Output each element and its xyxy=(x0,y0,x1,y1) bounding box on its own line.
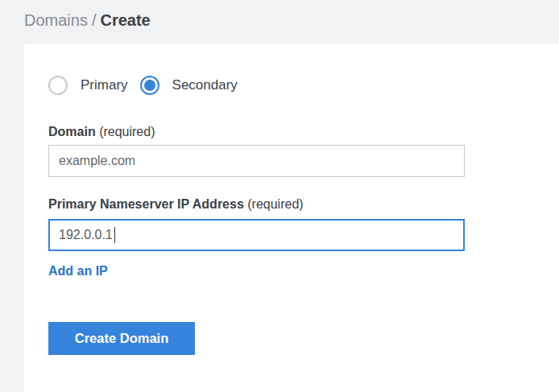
radio-primary-control[interactable] xyxy=(48,76,68,95)
domains-create-page: Domains/Create Primary Secondary Domain … xyxy=(0,0,559,392)
radio-selected-dot-icon xyxy=(144,80,155,91)
create-domain-button[interactable]: Create Domain xyxy=(48,322,195,355)
ip-field-label: Primary Nameserver IP Address (required) xyxy=(48,196,559,213)
breadcrumb-current: Create xyxy=(100,11,150,29)
breadcrumb: Domains/Create xyxy=(24,10,151,30)
ip-input-value: 192.0.0.1 xyxy=(59,228,113,242)
radio-option-primary[interactable]: Primary xyxy=(48,76,128,95)
domain-label-text: Domain xyxy=(48,125,96,138)
domain-field-label: Domain (required) xyxy=(48,124,559,140)
add-ip-link-row: Add an IP xyxy=(48,264,559,279)
create-domain-panel: Primary Secondary Domain (required) exam… xyxy=(24,43,559,392)
text-cursor xyxy=(114,227,116,243)
breadcrumb-domains[interactable]: Domains xyxy=(24,11,88,29)
ip-label-text: Primary Nameserver IP Address xyxy=(48,197,244,211)
domain-input-value: example.com xyxy=(59,154,135,168)
radio-secondary-label[interactable]: Secondary xyxy=(172,77,238,93)
radio-option-secondary[interactable]: Secondary xyxy=(140,76,238,95)
add-an-ip-link[interactable]: Add an IP xyxy=(48,264,108,278)
breadcrumb-separator: / xyxy=(92,11,97,29)
domain-type-radio-group: Primary Secondary xyxy=(48,76,559,95)
domain-input[interactable]: example.com xyxy=(48,145,465,177)
radio-secondary-control[interactable] xyxy=(140,76,159,95)
domain-required-hint: (required) xyxy=(99,125,155,138)
ip-required-hint: (required) xyxy=(247,197,303,211)
primary-nameserver-ip-input[interactable]: 192.0.0.1 xyxy=(48,219,465,251)
radio-primary-label[interactable]: Primary xyxy=(81,77,128,93)
